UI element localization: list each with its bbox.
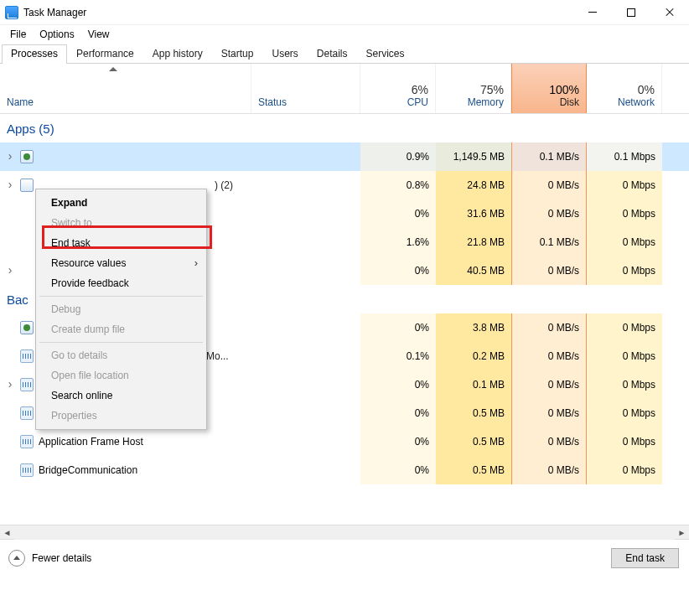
col-name[interactable]: Name xyxy=(0,64,251,113)
tab-details[interactable]: Details xyxy=(308,44,357,64)
group-background-label: Bac xyxy=(7,292,28,307)
network-value: 0 Mbps xyxy=(623,379,655,391)
group-apps[interactable]: Apps (5) xyxy=(0,114,689,142)
col-memory[interactable]: 75% Memory xyxy=(436,64,511,113)
menu-file[interactable]: File xyxy=(3,27,33,42)
table-row[interactable]: BridgeCommunication 0% 0.5 MB 0 MB/s 0 M… xyxy=(0,456,689,484)
app-icon xyxy=(20,150,34,163)
cpu-value: 0% xyxy=(415,322,429,334)
chevron-right-icon[interactable] xyxy=(5,379,15,389)
end-task-button[interactable]: End task xyxy=(611,548,679,568)
tab-processes[interactable]: Processes xyxy=(2,44,67,64)
disk-value: 0 MB/s xyxy=(548,322,579,334)
scroll-left-icon[interactable]: ◄ xyxy=(0,525,14,540)
process-name-suffix: Mo... xyxy=(206,350,229,362)
memory-value: 1,149.5 MB xyxy=(453,151,505,163)
ctx-end-task[interactable]: End task xyxy=(38,233,205,253)
memory-value: 0.2 MB xyxy=(473,350,505,362)
cpu-value: 0% xyxy=(415,436,429,448)
cpu-value: 0% xyxy=(415,265,429,277)
scrollbar-track[interactable] xyxy=(14,525,675,540)
memory-value: 0.1 MB xyxy=(473,379,505,391)
network-value: 0.1 Mbps xyxy=(614,151,655,163)
chevron-right-icon[interactable] xyxy=(5,179,15,189)
disk-value: 0 MB/s xyxy=(548,179,579,191)
network-value: 0 Mbps xyxy=(623,236,655,248)
disk-value: 0.1 MB/s xyxy=(540,151,579,163)
network-value: 0 Mbps xyxy=(623,407,655,419)
memory-value: 40.5 MB xyxy=(467,265,505,277)
ctx-properties: Properties xyxy=(38,406,205,426)
window-controls xyxy=(573,0,689,25)
table-row[interactable]: 0.9% 1,149.5 MB 0.1 MB/s 0.1 Mbps xyxy=(0,142,689,171)
chevron-right-icon[interactable] xyxy=(5,151,15,161)
cpu-value: 0% xyxy=(415,464,429,476)
memory-value: 24.8 MB xyxy=(467,179,505,191)
cpu-value: 0% xyxy=(415,379,429,391)
tab-users[interactable]: Users xyxy=(262,44,307,64)
col-status[interactable]: Status xyxy=(251,64,360,113)
disk-value: 0 MB/s xyxy=(548,265,579,277)
cpu-value: 0.8% xyxy=(407,179,429,191)
scroll-right-icon[interactable]: ► xyxy=(675,525,689,540)
ctx-separator xyxy=(39,342,203,343)
col-network[interactable]: 0% Network xyxy=(587,64,662,113)
tab-startup[interactable]: Startup xyxy=(212,44,263,64)
menu-view[interactable]: View xyxy=(81,27,117,42)
task-manager-icon xyxy=(5,6,18,19)
memory-value: 0.5 MB xyxy=(473,464,505,476)
minimize-button[interactable] xyxy=(573,0,612,25)
maximize-button[interactable] xyxy=(612,0,650,25)
cpu-value: 0.1% xyxy=(407,350,429,362)
column-headers: Name Status 6% CPU 75% Memory 100% Disk … xyxy=(0,64,689,114)
network-value: 0 Mbps xyxy=(623,464,655,476)
col-memory-pct: 75% xyxy=(480,83,504,96)
col-cpu[interactable]: 6% CPU xyxy=(360,64,436,113)
menubar: File Options View xyxy=(0,25,689,44)
ctx-separator xyxy=(39,296,203,297)
service-icon xyxy=(20,435,34,448)
fewer-details-toggle[interactable]: Fewer details xyxy=(8,550,91,567)
app-icon xyxy=(20,179,34,192)
titlebar: Task Manager xyxy=(0,0,689,25)
table-row[interactable]: Application Frame Host 0% 0.5 MB 0 MB/s … xyxy=(0,427,689,456)
tab-services[interactable]: Services xyxy=(357,44,414,64)
service-icon xyxy=(20,406,34,420)
memory-value: 3.8 MB xyxy=(473,322,505,334)
disk-value: 0 MB/s xyxy=(548,436,579,448)
process-name-suffix: ) (2) xyxy=(215,179,233,191)
network-value: 0 Mbps xyxy=(623,179,655,191)
service-icon xyxy=(20,378,34,391)
context-menu: Expand Switch to End task Resource value… xyxy=(35,189,207,430)
ctx-open-file-location: Open file location xyxy=(38,365,205,386)
disk-value: 0.1 MB/s xyxy=(540,236,579,248)
network-value: 0 Mbps xyxy=(623,322,655,334)
disk-value: 0 MB/s xyxy=(548,379,579,391)
tab-performance[interactable]: Performance xyxy=(67,44,143,64)
disk-value: 0 MB/s xyxy=(548,407,579,419)
process-name: BridgeCommunication xyxy=(39,464,137,476)
window-title: Task Manager xyxy=(23,7,86,18)
ctx-go-to-details: Go to details xyxy=(38,345,205,365)
ctx-search-online[interactable]: Search online xyxy=(38,386,205,406)
horizontal-scrollbar[interactable]: ◄ ► xyxy=(0,525,689,539)
tab-app-history[interactable]: App history xyxy=(143,44,212,64)
col-disk[interactable]: 100% Disk xyxy=(511,64,587,113)
memory-value: 0.5 MB xyxy=(473,407,505,419)
tabstrip: Processes Performance App history Startu… xyxy=(0,44,689,64)
fewer-details-label: Fewer details xyxy=(32,552,91,564)
menu-options[interactable]: Options xyxy=(33,27,80,42)
ctx-resource-values[interactable]: Resource values xyxy=(38,253,205,273)
process-name: Application Frame Host xyxy=(39,436,143,448)
col-status-label: Status xyxy=(258,96,353,108)
ctx-expand[interactable]: Expand xyxy=(38,193,205,213)
ctx-provide-feedback[interactable]: Provide feedback xyxy=(38,273,205,293)
close-button[interactable] xyxy=(650,0,689,25)
col-network-label: Network xyxy=(618,96,655,108)
disk-value: 0 MB/s xyxy=(548,464,579,476)
network-value: 0 Mbps xyxy=(623,350,655,362)
disk-value: 0 MB/s xyxy=(548,208,579,220)
chevron-right-icon[interactable] xyxy=(5,265,15,275)
cpu-value: 0% xyxy=(415,407,429,419)
disk-value: 0 MB/s xyxy=(548,350,579,362)
